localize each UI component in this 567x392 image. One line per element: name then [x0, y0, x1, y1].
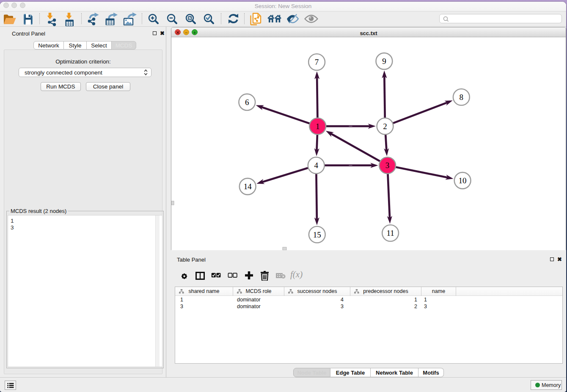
svg-text:15: 15	[313, 230, 321, 239]
svg-text:9: 9	[382, 57, 386, 66]
svg-text:6: 6	[245, 98, 249, 107]
svg-text:1: 1	[316, 122, 320, 131]
svg-text:10: 10	[459, 176, 467, 185]
svg-text:7: 7	[315, 58, 319, 66]
svg-text:14: 14	[244, 182, 252, 191]
svg-text:2: 2	[383, 122, 387, 131]
svg-text:4: 4	[314, 161, 318, 170]
svg-text:11: 11	[386, 229, 394, 237]
svg-text:3: 3	[385, 161, 390, 170]
svg-text:8: 8	[460, 93, 464, 102]
